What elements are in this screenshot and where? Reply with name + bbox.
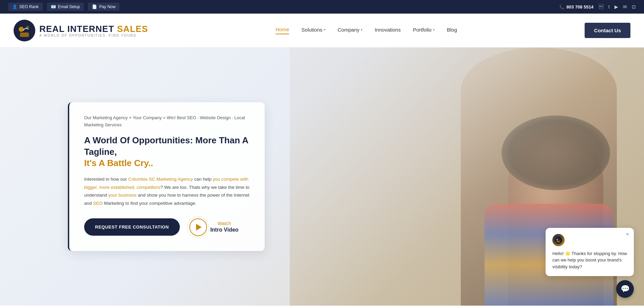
play-ring [189, 218, 207, 236]
svg-rect-6 [557, 240, 560, 242]
logo-icon [14, 20, 35, 41]
svg-rect-2 [20, 32, 29, 37]
nav-innovations[interactable]: Innovations [375, 27, 401, 34]
nav-portfolio[interactable]: Portfolio ▾ [413, 27, 435, 34]
hero-title: A World Of Opportunities: More Than A Ta… [84, 135, 250, 169]
chat-widget: × Hello! 🌟 Thanks for stopping by. How c… [546, 228, 634, 298]
user-icon: 👤 [12, 4, 17, 9]
instagram-icon[interactable]: ⊡ [632, 4, 636, 10]
chevron-down-icon: ▾ [361, 28, 362, 32]
svg-point-5 [556, 238, 558, 240]
hero-content: Our Marketing Agency + Your Company = Wi… [68, 102, 265, 251]
phone-number: 📞 803 708 5514 [559, 4, 594, 10]
email-icon: 📧 [51, 4, 56, 9]
logo-text-group: REAL INTERNET SALES A WORLD OF OPPORTUNI… [39, 24, 148, 37]
top-bar: 👤 SEO Rank 📧 Email Setup 📄 Pay Now 📞 803… [0, 0, 644, 14]
chat-header [552, 234, 627, 246]
nav-home[interactable]: Home [276, 26, 289, 34]
twitter-icon[interactable]: t [608, 4, 610, 10]
chevron-down-icon: ▾ [433, 28, 435, 32]
chevron-down-icon: ▾ [324, 28, 325, 32]
social-icons:  t ▶ ✉ ⊡ [599, 4, 636, 10]
svg-point-4 [555, 236, 563, 244]
svg-point-0 [15, 21, 34, 40]
seo-link[interactable]: SEO [93, 201, 103, 206]
logo-svg [14, 20, 35, 41]
business-link[interactable]: your business [108, 193, 136, 198]
contact-us-button[interactable]: Contact Us [585, 23, 630, 38]
top-bar-right: 📞 803 708 5514  t ▶ ✉ ⊡ [559, 4, 636, 10]
svg-point-1 [19, 26, 24, 32]
watch-label: Watch Intro Video [210, 220, 239, 234]
columbia-link[interactable]: Columbia SC Marketing Agency [128, 177, 193, 182]
seo-rank-button[interactable]: 👤 SEO Rank [8, 3, 43, 11]
chat-bubble: × Hello! 🌟 Thanks for stopping by. How c… [546, 228, 634, 276]
hero-card: Our Marketing Agency + Your Company = Wi… [68, 102, 265, 251]
hero-subtitle: Our Marketing Agency + Your Company = Wi… [84, 114, 250, 129]
logo-tagline: A WORLD OF OPPORTUNITIES. FIND YOURS [39, 34, 148, 37]
doc-icon: 📄 [92, 4, 97, 9]
chat-logo [554, 236, 563, 244]
mail-icon[interactable]: ✉ [623, 4, 627, 10]
hero-body: Interested in how our Columbia SC Market… [84, 175, 250, 207]
pay-now-button[interactable]: 📄 Pay Now [88, 3, 119, 11]
nav-blog[interactable]: Blog [447, 27, 457, 34]
request-consultation-button[interactable]: REQUEST FREE CONSULTATION [84, 218, 180, 236]
main-nav: REAL INTERNET SALES A WORLD OF OPPORTUNI… [0, 14, 644, 48]
nav-links: Home Solutions ▾ Company ▾ Innovations P… [276, 26, 457, 34]
nav-solutions[interactable]: Solutions ▾ [301, 27, 325, 34]
chat-message: Hello! 🌟 Thanks for stopping by. How can… [552, 250, 627, 270]
logo-brand: REAL INTERNET SALES [39, 24, 148, 34]
watch-video-button[interactable]: Watch Intro Video [189, 218, 239, 236]
top-bar-left: 👤 SEO Rank 📧 Email Setup 📄 Pay Now [8, 3, 119, 11]
hero-actions: REQUEST FREE CONSULTATION Watch Intro Vi… [84, 218, 250, 236]
email-setup-button[interactable]: 📧 Email Setup [47, 3, 84, 11]
chat-avatar [552, 234, 565, 246]
chat-close-button[interactable]: × [626, 231, 629, 237]
facebook-icon[interactable]:  [599, 4, 604, 10]
youtube-icon[interactable]: ▶ [614, 4, 618, 10]
chat-bubble-icon: 💬 [621, 285, 630, 293]
play-icon [196, 224, 202, 231]
logo-area: REAL INTERNET SALES A WORLD OF OPPORTUNI… [14, 20, 148, 41]
nav-company[interactable]: Company ▾ [338, 27, 362, 34]
chat-trigger-button[interactable]: 💬 [616, 280, 634, 298]
phone-icon: 📞 [559, 4, 565, 10]
